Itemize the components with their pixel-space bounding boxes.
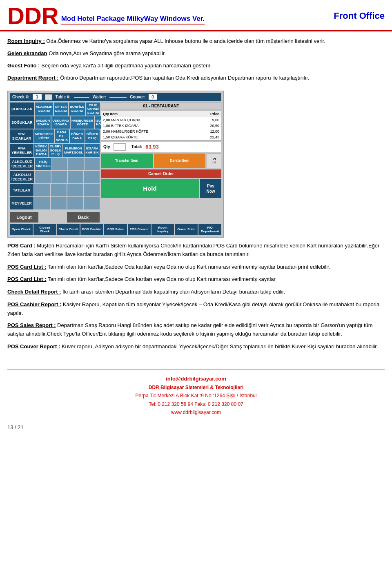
item-hamburger[interactable]: HAMBURGER KÖFTE xyxy=(71,116,94,129)
item-pilic-sinitsel[interactable]: PİLİÇ SİNİTSEL xyxy=(35,158,51,170)
nav-closed-check[interactable]: Closed Check xyxy=(33,224,56,235)
couver-label: Couver: xyxy=(130,95,145,99)
item-meyve-4[interactable] xyxy=(84,197,100,209)
para-pos-card-list-1: POS Card List : Tanımlı olan tüm kart'la… xyxy=(7,263,385,272)
nav-open-check[interactable]: Open Check xyxy=(10,224,33,235)
header-right-title: Front Office xyxy=(334,11,385,21)
label-check-detail: Check Detail Report : xyxy=(7,289,61,295)
label-pos-card-list-1: POS Card List : xyxy=(7,264,46,270)
item-tatlı-1[interactable] xyxy=(34,184,50,196)
item-tatlı-3[interactable] xyxy=(67,184,83,196)
cat-corbalar[interactable]: ÇORBALAR xyxy=(10,102,34,116)
item-alkollu-1[interactable] xyxy=(35,171,51,183)
item-meyve-3[interactable] xyxy=(67,197,83,209)
nav-check-detail[interactable]: Check Detail xyxy=(57,224,80,235)
item-flembiom[interactable]: FLEMBİON MART.SOSL xyxy=(63,144,84,157)
cat-ana-yemekler[interactable]: ANA YEMEKLER xyxy=(10,144,33,157)
para-pos-sales: POS Sales Report : Departman Satış Rapor… xyxy=(7,321,385,338)
item-tatlı-2[interactable] xyxy=(51,184,67,196)
item-curry[interactable]: CURRY SOSLU PİLİÇ xyxy=(49,144,62,157)
item-doner-pilic[interactable]: DÖNER PİLİÇ xyxy=(85,129,100,143)
logout-button[interactable]: Logout xyxy=(10,212,38,223)
order-row-3: 2,00 HAMBURGER KÖFTE 12,00 xyxy=(101,129,221,134)
label-gelen: Gelen ekrandan xyxy=(7,50,47,56)
item-alkollu-4[interactable] xyxy=(84,171,100,183)
item-empty-3[interactable] xyxy=(85,158,100,170)
delete-button[interactable]: Delete Item xyxy=(154,154,206,168)
footer-web: www.ddrbilgisayar.com xyxy=(0,408,392,416)
table-label: Table #: xyxy=(56,95,71,99)
para-guest-folio: Guest Folio : Seçilen oda veya kart'a ai… xyxy=(7,62,385,70)
item-biftek[interactable]: BİFTEK IZGARA xyxy=(54,102,68,116)
back-button[interactable]: Back xyxy=(67,212,100,223)
pos-row-tatlilar: TATLILAR xyxy=(10,184,100,196)
item-kopek-baligi[interactable]: KÖPEK BALIĞI TUZDA xyxy=(34,144,48,157)
hold-button[interactable]: Hold xyxy=(101,179,199,198)
pos-row-ana-yemekler: ANA YEMEKLER KÖPEK BALIĞI TUZDA CURRY SO… xyxy=(10,144,100,157)
footer-content: info@ddrbilgisayar.com DDR Bilgisayar Si… xyxy=(0,370,392,421)
item-empty-2[interactable] xyxy=(68,158,83,170)
item-alkollu-3[interactable] xyxy=(68,171,83,183)
pos-row-soguklar: SOĞUKLAR SALMON IZGARA USKUMRU IZGARA HA… xyxy=(10,116,100,129)
label-room-inquiry: Room Inquiry : xyxy=(7,38,45,44)
label-pos-cashier: POS Cashier Report : xyxy=(7,301,61,307)
item-tatlı-4[interactable] xyxy=(84,184,100,196)
pos-row-alkollu: ALKOLLÜ İÇECEKLER xyxy=(10,171,100,183)
col-price: Price xyxy=(196,111,221,117)
item-bonfile[interactable]: BONFİLE IZGARA xyxy=(69,102,85,116)
label-pos-sales: POS Sales Report : xyxy=(7,322,56,328)
order-row-4: 1,50 IZGARA KÖFTE 22,43 xyxy=(101,134,221,140)
col-qty: Qty Item xyxy=(101,111,196,117)
header-subtitle-area: Mod Hotel Package MilkyWay Windows Ver. xyxy=(61,15,205,24)
nav-room-inquiry[interactable]: Room Inquiry xyxy=(151,224,174,235)
qty-input[interactable] xyxy=(114,143,126,151)
item-pilic-kahadi[interactable]: PİLİÇ KAHADİ IZGARA xyxy=(86,102,100,116)
item-salmon[interactable]: SALMON IZGARA xyxy=(35,116,51,129)
pos-action-row: Logout Back xyxy=(10,212,100,223)
para-check-detail: Check Detail Report : İki tarih arası is… xyxy=(7,288,385,296)
item-empty-1[interactable] xyxy=(52,158,67,170)
item-alabalik[interactable]: ALABALIK IZGARA xyxy=(35,102,53,116)
label-pos-couver: POS Couver Report : xyxy=(7,343,60,350)
check-value: 1 xyxy=(33,94,42,100)
cat-alkollu[interactable]: ALKOLLÜ İÇECEKLER xyxy=(10,171,34,183)
nav-guest-folio[interactable]: Guest Folio xyxy=(175,224,198,235)
item-meyve-2[interactable] xyxy=(51,197,67,209)
cat-meyveler[interactable]: MEYVELER xyxy=(10,197,33,209)
item-doner-dana[interactable]: DÖNER DANA xyxy=(70,129,84,143)
pay-now-button[interactable]: Pay Now xyxy=(200,179,221,198)
item-uskumru[interactable]: USKUMRU IZGARA xyxy=(51,116,70,129)
pos-row-ara-sicaklar: ARA SICAKLAR MERCİMEK KÖFTE DANA DİL SOG… xyxy=(10,129,100,143)
header-subtitle: Mod Hotel Package MilkyWay Windows Ver. xyxy=(61,15,205,24)
cat-alkolsuz[interactable]: ALKOLSÜZ İÇECEKLER xyxy=(10,158,34,170)
item-izgara-karisik[interactable]: IZGARA KARISIK xyxy=(85,144,100,157)
item-alkollu-2[interactable] xyxy=(51,171,67,183)
transfer-delete-row: Transfer Item Delete Item 🖨 xyxy=(101,154,221,168)
item-dana-dil[interactable]: DANA DİL SOGUS xyxy=(55,129,69,143)
total-value: 63,93 xyxy=(145,144,159,150)
label-pos-card: POS Card : xyxy=(7,243,36,249)
nav-pos-couver[interactable]: POS Couver xyxy=(128,224,151,235)
cat-soguklar[interactable]: SOĞUKLAR xyxy=(10,116,34,129)
pos-screenshot: Check #: 1 Table #: Waiter: Couver: 0 ÇO… xyxy=(7,91,224,238)
para-room-inquiry: Room Inquiry : Oda,Ödenmez ve Kartno'ya … xyxy=(7,37,385,45)
nav-fo-department[interactable]: F/O Department xyxy=(198,224,221,235)
qty-label: Qty xyxy=(103,145,110,149)
item-meyve-1[interactable] xyxy=(34,197,50,209)
nav-pos-cashier[interactable]: POS Cashier xyxy=(80,224,103,235)
footer-tel: Tel: 0 212 320 58 94 Faks: 0 212 320 80 … xyxy=(0,400,392,408)
transfer-button[interactable]: Transfer Item xyxy=(101,154,153,168)
footer-company: DDR Bilgisayar Sistemleri & Teknolojiler… xyxy=(0,383,392,392)
table-value xyxy=(74,97,89,98)
pos-left-panel: ÇORBALAR ALABALIK IZGARA BİFTEK IZGARA B… xyxy=(10,102,100,223)
para-gelen: Gelen ekrandan Oda noya,Adı ve Soyadına … xyxy=(7,49,385,58)
item-mercimek[interactable]: MERCİMEK KÖFTE xyxy=(34,129,54,143)
check-icon xyxy=(45,94,52,100)
nav-pos-sales[interactable]: POS Sales xyxy=(104,224,127,235)
cat-tatlilar[interactable]: TATLILAR xyxy=(10,184,33,196)
para-pos-couver: POS Couver Report : Kuver raporu, Adisyo… xyxy=(7,343,385,351)
para-pos-card: POS Card : Müşteri Harcamaları için Kart… xyxy=(7,242,385,259)
cancel-order-button[interactable]: Cancel Order xyxy=(101,169,221,178)
total-label: Total: xyxy=(131,145,142,149)
cat-ara-sicaklar[interactable]: ARA SICAKLAR xyxy=(10,129,33,143)
